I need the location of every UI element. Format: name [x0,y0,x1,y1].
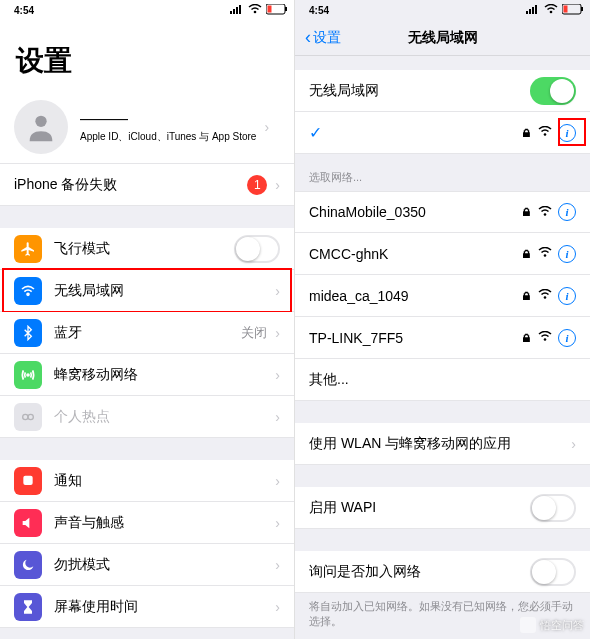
connected-network-row[interactable]: ✓ 🔒︎ i [295,112,590,154]
airplane-toggle[interactable] [234,235,280,263]
svg-rect-1 [233,9,235,14]
cellular-row[interactable]: 蜂窝移动网络 › [0,354,294,396]
lock-icon: 🔒︎ [521,332,532,344]
lock-icon: 🔒︎ [521,127,532,139]
wifi-row[interactable]: 无线局域网 › [0,270,294,312]
network-row[interactable]: ChinaMobile_0350 🔒︎ i [295,191,590,233]
chevron-right-icon: › [275,473,280,489]
choose-network-header: 选取网络... [295,154,590,191]
wlan-apps-row[interactable]: 使用 WLAN 与蜂窝移动网的应用 › [295,423,590,465]
chevron-right-icon: › [275,557,280,573]
notifications-row[interactable]: 通知 › [0,460,294,502]
cellular-icon [14,361,42,389]
chevron-right-icon: › [275,409,280,425]
airplane-mode-row[interactable]: 飞行模式 [0,228,294,270]
network-name: midea_ca_1049 [309,288,521,304]
wifi-signal-icon [538,246,552,261]
wifi-signal-icon [538,125,552,140]
svg-rect-16 [532,7,534,14]
backup-failed-row[interactable]: iPhone 备份失败 1 › [0,164,294,206]
badge-count: 1 [247,175,267,195]
chevron-right-icon: › [264,119,269,135]
dnd-row[interactable]: 勿扰模式 › [0,544,294,586]
svg-point-12 [28,414,33,419]
status-time: 4:54 [309,5,329,16]
nav-bar: ‹ 设置 无线局域网 [295,20,590,56]
bluetooth-icon [14,319,42,347]
screentime-row[interactable]: 屏幕使用时间 › [0,586,294,628]
svg-rect-17 [535,5,537,14]
svg-point-9 [27,293,29,295]
svg-point-10 [27,374,29,376]
wifi-toggle-row[interactable]: 无线局域网 [295,70,590,112]
svg-rect-0 [230,11,232,14]
network-name: TP-LINK_7FF5 [309,330,521,346]
status-time: 4:54 [14,5,34,16]
bluetooth-row[interactable]: 蓝牙 关闭 › [0,312,294,354]
ask-join-toggle[interactable] [530,558,576,586]
svg-point-11 [23,414,28,419]
signal-icon [230,4,244,16]
svg-rect-3 [239,5,241,14]
battery-low-icon [266,4,288,17]
svg-point-26 [544,338,547,341]
checkmark-icon: ✓ [309,123,322,142]
other-network-row[interactable]: 其他... [295,359,590,401]
network-row[interactable]: TP-LINK_7FF5 🔒︎ i [295,317,590,359]
hourglass-icon [14,593,42,621]
settings-screen: 4:54 设置 ——— Apple ID、iCloud、iTunes 与 App… [0,0,295,639]
network-name: CMCC-ghnK [309,246,521,262]
network-row[interactable]: CMCC-ghnK 🔒︎ i [295,233,590,275]
lock-icon: 🔒︎ [521,290,532,302]
info-icon[interactable]: i [558,245,576,263]
status-bar: 4:54 [295,0,590,20]
chevron-left-icon: ‹ [305,27,311,48]
hotspot-row: 个人热点 › [0,396,294,438]
notification-icon [14,467,42,495]
chevron-right-icon: › [275,515,280,531]
info-icon[interactable]: i [558,329,576,347]
ask-join-row[interactable]: 询问是否加入网络 [295,551,590,593]
signal-icon [526,4,540,16]
svg-point-4 [254,11,257,14]
svg-point-22 [544,133,547,136]
chevron-right-icon: › [571,436,576,452]
network-name: ChinaMobile_0350 [309,204,521,220]
lock-icon: 🔒︎ [521,206,532,218]
wapi-row[interactable]: 启用 WAPI [295,487,590,529]
svg-point-23 [544,213,547,216]
profile-subtitle: Apple ID、iCloud、iTunes 与 App Store [80,130,256,144]
chevron-right-icon: › [275,367,280,383]
wifi-screen: 4:54 ‹ 设置 无线局域网 无线局域网 ✓ 🔒︎ i 选取网络... Chi… [295,0,590,639]
profile-name: ——— [80,110,256,128]
svg-rect-2 [236,7,238,14]
wifi-signal-icon [538,288,552,303]
sounds-row[interactable]: 声音与触感 › [0,502,294,544]
info-icon[interactable]: i [558,287,576,305]
wifi-icon [248,4,262,16]
apple-id-row[interactable]: ——— Apple ID、iCloud、iTunes 与 App Store › [0,90,294,164]
moon-icon [14,551,42,579]
network-row[interactable]: midea_ca_1049 🔒︎ i [295,275,590,317]
svg-point-18 [550,11,553,14]
airplane-icon [14,235,42,263]
info-icon[interactable]: i [558,124,576,142]
avatar-icon [14,100,68,154]
svg-point-8 [35,115,46,126]
page-title: 设置 [0,20,294,90]
info-icon[interactable]: i [558,203,576,221]
svg-rect-20 [564,5,568,12]
status-bar: 4:54 [0,0,294,20]
wapi-toggle[interactable] [530,494,576,522]
back-button[interactable]: ‹ 设置 [305,27,341,48]
svg-point-25 [544,296,547,299]
lock-icon: 🔒︎ [521,248,532,260]
wifi-signal-icon [538,205,552,220]
svg-rect-13 [23,475,32,484]
wifi-toggle[interactable] [530,77,576,105]
watermark: 悟空问答 [520,617,584,633]
svg-rect-7 [285,7,287,11]
svg-rect-6 [268,5,272,12]
backup-label: iPhone 备份失败 [14,176,247,194]
wifi-icon [14,277,42,305]
